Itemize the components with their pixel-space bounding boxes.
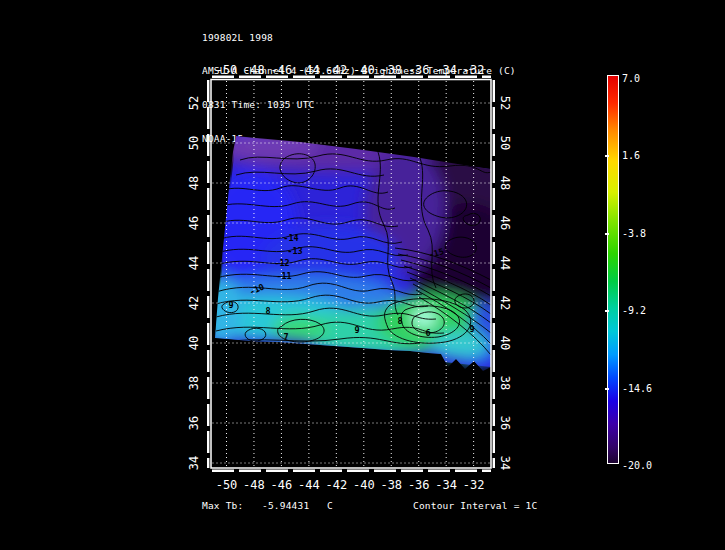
axis-label-right: 48 xyxy=(498,176,512,190)
axis-label-bottom: -44 xyxy=(298,478,320,492)
contour-label: 7 xyxy=(283,332,288,342)
axis-label-bottom: -32 xyxy=(463,478,485,492)
axis-label-bottom: -38 xyxy=(380,478,402,492)
contour-label: 6 xyxy=(425,328,430,338)
axis-label-top: -38 xyxy=(380,63,402,77)
axis-label-bottom: -42 xyxy=(325,478,347,492)
colorbar-tick-label: -9.2 xyxy=(622,305,646,317)
axis-label-right: 38 xyxy=(498,376,512,390)
max-tb-label: Max Tb: xyxy=(202,500,243,511)
axis-label-top: -48 xyxy=(243,63,265,77)
axis-label-left: 34 xyxy=(187,456,201,470)
axis-label-left: 48 xyxy=(187,176,201,190)
colorbar-tick-label: -20.0 xyxy=(622,460,652,472)
axis-label-top: -46 xyxy=(271,63,293,77)
axis-label-right: 44 xyxy=(498,256,512,270)
axis-label-top: -34 xyxy=(435,63,457,77)
axis-label-right: 36 xyxy=(498,416,512,430)
contour-label: 9 xyxy=(469,324,474,334)
contour-label: 9 xyxy=(354,325,359,335)
colorbar-tick-mark xyxy=(605,155,609,157)
axis-label-top: -36 xyxy=(408,63,430,77)
axis-label-right: 50 xyxy=(498,136,512,150)
axis-label-left: 40 xyxy=(187,336,201,350)
contour-label: 8 xyxy=(265,306,270,316)
axis-label-left: 50 xyxy=(187,136,201,150)
axis-label-right: 42 xyxy=(498,296,512,310)
axis-label-top: -40 xyxy=(353,63,375,77)
axis-label-top: -42 xyxy=(325,63,347,77)
axis-label-right: 34 xyxy=(498,456,512,470)
colorbar-tick-label: -14.6 xyxy=(622,383,652,395)
axis-label-bottom: -40 xyxy=(353,478,375,492)
axis-label-right: 52 xyxy=(498,96,512,110)
axis-label-bottom: -34 xyxy=(435,478,457,492)
footer-status-line: Max Tb: -5.94431 C Contour Interval = 1C xyxy=(0,500,725,514)
colorbar-tick-label: 7.0 xyxy=(622,73,640,85)
axis-label-left: 52 xyxy=(187,96,201,110)
colorbar-gradient xyxy=(607,75,619,464)
max-tb-unit: C xyxy=(327,500,333,511)
axis-label-right: 40 xyxy=(498,336,512,350)
contour-interval-label: Contour Interval = 1C xyxy=(413,500,537,511)
axis-label-top: -44 xyxy=(298,63,320,77)
colorbar-tick-mark xyxy=(605,233,609,235)
contour-label: -11 xyxy=(276,271,291,281)
contour-label: -13 xyxy=(287,246,302,256)
contour-label: -14 xyxy=(283,233,298,243)
axis-label-top: -50 xyxy=(216,63,238,77)
colorbar-tick-label: 1.6 xyxy=(622,150,640,162)
swath-fill xyxy=(190,128,533,368)
axis-label-left: 38 xyxy=(187,376,201,390)
axis-label-left: 42 xyxy=(187,296,201,310)
axis-label-left: 46 xyxy=(187,216,201,230)
max-tb-value: -5.94431 xyxy=(262,500,309,511)
axis-label-bottom: -46 xyxy=(271,478,293,492)
axis-label-bottom: -50 xyxy=(216,478,238,492)
axis-label-left: 36 xyxy=(187,416,201,430)
axis-label-bottom: -48 xyxy=(243,478,265,492)
colorbar-tick-mark xyxy=(605,388,609,390)
axis-label-right: 46 xyxy=(498,216,512,230)
axis-label-left: 44 xyxy=(187,256,201,270)
axis-label-top: -32 xyxy=(463,63,485,77)
contour-label: 9 xyxy=(228,300,233,310)
axis-label-bottom: -36 xyxy=(408,478,430,492)
colorbar-tick-label: -3.8 xyxy=(622,228,646,240)
temperature-field-blob xyxy=(430,331,490,359)
screen: 199802L 1998 AMSU-A Channel 4 (53.6GHz) … xyxy=(0,0,725,550)
contour-label: 8 xyxy=(397,316,402,326)
colorbar-tick-mark xyxy=(605,310,609,312)
contour-label: -12 xyxy=(274,258,289,268)
